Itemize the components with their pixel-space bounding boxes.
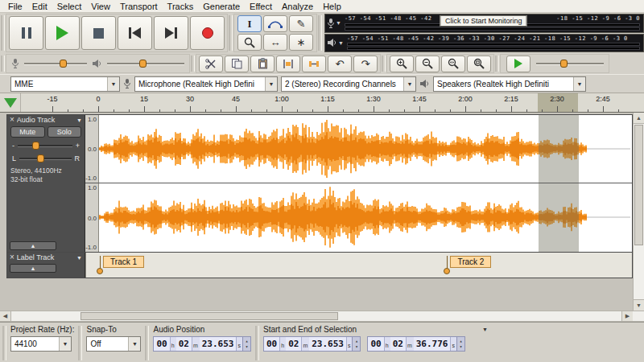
label-track-title[interactable]: Label Track: [17, 253, 74, 261]
vertical-scale-right[interactable]: 1.0 0.0 -1.0: [85, 183, 99, 252]
scroll-left-icon[interactable]: ◀: [0, 311, 11, 321]
play-speed-slider[interactable]: [536, 63, 604, 65]
sel-end-minutes[interactable]: 02: [390, 337, 407, 351]
play-speed-thumb[interactable]: [560, 60, 568, 68]
recording-volume-slider[interactable]: [24, 63, 87, 65]
silence-audio-button[interactable]: [302, 56, 326, 72]
timeline[interactable]: -1501530451:001:151:301:452:002:152:302:…: [0, 93, 644, 113]
label-text[interactable]: Track 2: [450, 256, 491, 268]
collapse-track-button[interactable]: ▲: [10, 241, 56, 250]
spinner-down-icon[interactable]: ▾: [353, 344, 360, 350]
label-text[interactable]: Track 1: [103, 256, 144, 268]
toolbar-grip[interactable]: [382, 56, 386, 72]
zoom-in-button[interactable]: [390, 56, 414, 72]
project-rate-select[interactable]: 44100 ▼: [10, 336, 72, 352]
menu-generate[interactable]: Generate: [198, 1, 245, 12]
horizontal-scroll-thumb[interactable]: [80, 312, 338, 320]
redo-button[interactable]: ↷: [353, 56, 378, 72]
playback-device-select[interactable]: Speakers (Realtek High Definiti ▼: [433, 76, 586, 92]
label-track-panel[interactable]: × Label Track ▼ ▲: [7, 253, 85, 278]
position-hours[interactable]: 00: [154, 337, 170, 351]
gain-thumb[interactable]: [32, 142, 39, 150]
audio-track-title[interactable]: Audio Track: [17, 116, 74, 124]
sel-start-minutes[interactable]: 02: [286, 337, 302, 351]
menu-help[interactable]: Help: [318, 1, 346, 12]
toolbar-grip[interactable]: [255, 326, 259, 360]
sel-start-seconds[interactable]: 23.653: [309, 337, 347, 351]
scroll-right-icon[interactable]: ▶: [621, 311, 633, 321]
timeline-ruler[interactable]: -1501530451:001:151:301:452:002:152:302:…: [21, 93, 644, 112]
stop-button[interactable]: [81, 16, 116, 50]
sel-end-seconds[interactable]: 36.776: [414, 337, 452, 351]
waveform-right[interactable]: [99, 183, 632, 252]
scroll-up-icon[interactable]: ▲: [634, 113, 644, 124]
cut-button[interactable]: [199, 56, 223, 72]
menu-analyze[interactable]: Analyze: [277, 1, 318, 12]
menu-tracks[interactable]: Tracks: [163, 1, 199, 12]
record-button[interactable]: [190, 16, 225, 50]
track-menu-icon[interactable]: ▼: [76, 255, 82, 261]
zoom-fit-button[interactable]: [467, 56, 491, 72]
playback-volume-slider[interactable]: [107, 63, 184, 65]
audio-host-select[interactable]: MME ▼: [10, 76, 120, 92]
recording-volume-thumb[interactable]: [60, 60, 67, 68]
toolbar-grip[interactable]: [191, 56, 195, 72]
toolbar-grip[interactable]: [1, 15, 5, 51]
selection-start-display[interactable]: 00h 02m 23.653s ▴▾: [263, 336, 361, 352]
playback-meter-source[interactable]: ▼: [327, 35, 345, 51]
recording-device-select[interactable]: Microphone (Realtek High Defini ▼: [134, 76, 278, 92]
spinner-down-icon[interactable]: ▾: [457, 344, 464, 350]
spinner-down-icon[interactable]: ▾: [243, 344, 250, 350]
waveform-left[interactable]: [99, 115, 632, 183]
recording-meter-source[interactable]: ▼: [327, 15, 343, 31]
mute-button[interactable]: Mute: [10, 126, 45, 138]
selection-end-display[interactable]: 00h 02m 36.776s ▴▾: [367, 336, 465, 352]
label-handle-icon[interactable]: [97, 268, 103, 274]
toolbar-grip[interactable]: [1, 56, 5, 72]
position-minutes[interactable]: 02: [176, 337, 192, 351]
toolbar-grip[interactable]: [495, 56, 499, 72]
playback-meter[interactable]: ▼ -57 -54 -51 -48 -45 -42 -39 -36 -33 -3…: [324, 34, 644, 53]
recording-channels-select[interactable]: 2 (Stereo) Recording Channels ▼: [281, 76, 416, 92]
audio-position-display[interactable]: 00h 02m 23.653s ▴▾: [153, 336, 251, 352]
menu-view[interactable]: View: [86, 1, 115, 12]
track-menu-icon[interactable]: ▼: [76, 117, 82, 123]
zoom-tool-button[interactable]: [237, 34, 262, 51]
multi-tool-button[interactable]: ∗: [289, 34, 313, 51]
gain-slider[interactable]: [18, 145, 72, 147]
position-seconds[interactable]: 23.653: [200, 337, 237, 351]
skip-to-end-button[interactable]: [154, 16, 188, 50]
selection-range-select[interactable]: Start and End of Selection ▼: [263, 325, 490, 334]
label-track-content[interactable]: Track 1Track 2: [85, 253, 632, 278]
menu-file[interactable]: File: [3, 1, 27, 12]
toolbar-grip[interactable]: [229, 15, 233, 51]
menu-transport[interactable]: Transport: [115, 1, 163, 12]
toolbar-grip[interactable]: [318, 15, 322, 51]
vertical-scroll-thumb[interactable]: [634, 125, 643, 245]
playback-volume-thumb[interactable]: [139, 60, 147, 68]
audio-track-panel[interactable]: × Audio Track ▼ Mute Solo - + L: [7, 115, 85, 252]
snap-to-select[interactable]: Off ▼: [86, 336, 141, 352]
spinner[interactable]: ▴▾: [242, 337, 250, 351]
play-button[interactable]: [45, 16, 80, 50]
sel-end-hours[interactable]: 00: [368, 337, 384, 351]
menu-edit[interactable]: Edit: [27, 1, 52, 12]
scroll-down-icon[interactable]: ▼: [634, 299, 644, 311]
undo-button[interactable]: ↶: [328, 56, 352, 72]
copy-button[interactable]: [225, 56, 249, 72]
solo-button[interactable]: Solo: [47, 126, 82, 138]
draw-tool-button[interactable]: ✎: [289, 15, 313, 32]
close-track-icon[interactable]: ×: [10, 116, 14, 124]
trim-audio-button[interactable]: [276, 56, 300, 72]
spinner[interactable]: ▴▾: [352, 337, 360, 351]
play-at-speed-button[interactable]: [506, 56, 530, 72]
horizontal-scrollbar[interactable]: ◀ ▶: [0, 311, 644, 322]
timeshift-tool-button[interactable]: ↔: [263, 34, 287, 51]
menu-effect[interactable]: Effect: [245, 1, 277, 12]
menu-select[interactable]: Select: [52, 1, 87, 12]
spinner[interactable]: ▴▾: [456, 337, 464, 351]
label-handle-icon[interactable]: [444, 268, 450, 274]
envelope-tool-button[interactable]: [263, 15, 287, 32]
vertical-scale-left[interactable]: 1.0 0.0 -1.0: [85, 115, 99, 183]
pan-thumb[interactable]: [37, 154, 44, 162]
